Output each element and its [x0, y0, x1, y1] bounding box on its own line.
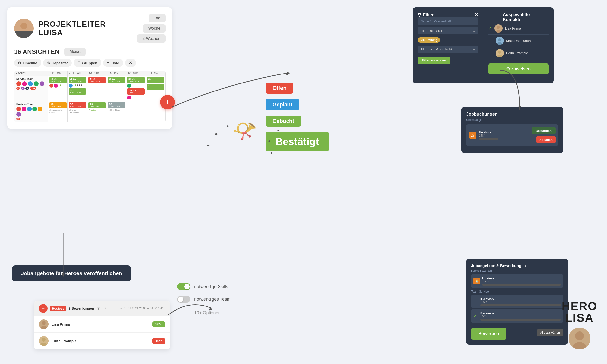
service-team-label-cell: Service Team 4 6 9 104 — [14, 76, 48, 101]
status-geplant: Geplant — [266, 99, 299, 110]
monat-btn[interactable]: Monat — [64, 48, 86, 56]
bewerben-btn[interactable]: Bewerben — [471, 328, 506, 340]
svg-rect-3 — [14, 31, 34, 38]
shift-block-red: 10x 5,510:00 — [127, 88, 145, 95]
bew-job-label: Hostess — [50, 306, 66, 311]
jobbuchungen-panel: Jobbuchungen Unbestätigt ⚠ Hostess 15€/h… — [461, 107, 563, 153]
cal-cell-h2: 5,510:00 - 15:30 fehlende Qualifikation — [68, 101, 87, 122]
bestatigen-btn[interactable]: Bestätigen — [532, 127, 555, 134]
filter-panel-header: ▽ Filter ✕ Filter nach Skill ⊕ VIP Train… — [418, 12, 549, 75]
cal-cell-h5 — [126, 101, 146, 122]
shift-block: 5,510:00 - 15:30 — [88, 102, 106, 108]
bew-plus-btn[interactable]: + — [39, 304, 48, 313]
contact-item-edith: Edith Example — [488, 47, 549, 59]
team-avatar — [16, 112, 21, 117]
svg-marker-25 — [286, 72, 290, 75]
bew-dropdown-arrow[interactable]: ▾ — [97, 306, 100, 311]
toggle-row-2: notwendiges Team — [177, 296, 231, 303]
team-avatar — [32, 106, 37, 111]
alle-ausw-btn[interactable]: Alle auswählen — [537, 329, 563, 336]
toggle-knob-team — [178, 297, 183, 302]
selected-contacts-title: Ausgewählte Kontakte — [503, 12, 549, 22]
bewerbungen-panel: + Hostess 2 Bewerbungen ▾ ↖ Fr. 01.03.20… — [34, 301, 170, 350]
toggle-skills[interactable] — [177, 283, 190, 290]
toggle-team[interactable] — [177, 296, 190, 303]
ja-item-barkeeper1: Barkeeper 16€/h — [471, 295, 563, 308]
bew-item-edith: Edith Example 10% — [34, 333, 170, 350]
jb-warn-icon: ⚠ — [469, 131, 476, 139]
pl-header: PROJEKTLEITER LUISA Tag Woche 2-Wochen — [14, 14, 166, 43]
contact-avatar-edith — [496, 49, 504, 57]
svg-point-17 — [42, 338, 46, 342]
jb-info: Hostess 15€/h — [479, 130, 529, 140]
contact-avatar-mats — [496, 37, 504, 45]
gruppen-icon: ⊞ — [78, 61, 81, 65]
zuweisen-btn[interactable]: ⊕ zuweisen — [488, 63, 549, 75]
sparkle-icon-5: ✦ — [277, 129, 280, 132]
svg-point-8 — [498, 38, 501, 41]
ja-checkmark-2: ✓ — [474, 314, 478, 318]
team-avatar — [38, 106, 42, 111]
bew-header: + Hostess 2 Bewerbungen ▾ ↖ Fr. 01.03.20… — [34, 301, 170, 316]
status-offen: Offen — [266, 82, 293, 94]
close-tab-icon: ✕ — [129, 61, 132, 65]
absagen-btn[interactable]: Absagen — [536, 136, 555, 143]
toggle-row-1: notwendige Skills — [177, 283, 231, 290]
tab-kapazitat[interactable]: ⊕ Kapazität — [43, 59, 72, 67]
shift-block: 3x 5,510:00 - 15:30 — [108, 77, 125, 83]
badge-4: 4 — [16, 87, 20, 90]
badge-104: 104 — [30, 87, 36, 90]
shift-block-2: 3x 318:00 - 21:00 — [69, 88, 86, 95]
zwei-wochen-btn[interactable]: 2-Wochen — [137, 34, 166, 43]
tab-timeline[interactable]: ⊙ Timeline — [14, 59, 41, 67]
bew-pct-10: 10% — [152, 338, 165, 344]
south-label: ▾ SOUTH — [14, 71, 48, 76]
woche-btn[interactable]: Woche — [143, 24, 166, 33]
header-col5: 2/4 50% — [126, 71, 146, 76]
ja-item-barkeeper2: ✓ Barkeeper 15€/h — [471, 309, 563, 323]
shift-block-2: 11 — [147, 84, 164, 90]
bew-avatar-lisa — [39, 319, 49, 329]
nav-tabs: ⊙ Timeline ⊕ Kapazität ⊞ Gruppen ≡ Liste… — [14, 59, 166, 67]
svg-point-11 — [498, 51, 501, 54]
skill-filter-row: Filter nach Skill ⊕ — [418, 27, 478, 34]
filter-close-icon[interactable]: ✕ — [475, 12, 478, 17]
team-avatar — [22, 106, 26, 111]
ja-warn-icon: ⏳ — [474, 278, 480, 284]
tab-liste[interactable]: ≡ Liste — [103, 59, 123, 67]
team-avatar — [49, 84, 53, 88]
tab-gruppen[interactable]: ⊞ Gruppen — [74, 59, 101, 67]
tab-close[interactable]: ✕ — [125, 59, 136, 67]
kapazitat-icon: ⊕ — [47, 61, 50, 65]
hostess-team-label-cell: Hostess Team +1 3 — [14, 101, 48, 122]
team-avatar — [69, 84, 73, 88]
header-col2: 4:11 40% — [68, 71, 87, 76]
hostess-team-row: Hostess Team +1 3 5,510:00 - 15:30 ⚠ unb… — [14, 101, 165, 122]
hero-avatar — [569, 328, 591, 350]
check-icon: ✓ — [488, 26, 492, 31]
badge-6: 6 — [21, 87, 25, 90]
megaphone-icon: 📯 — [230, 116, 261, 145]
sparkle-icon: ✦ — [214, 131, 219, 138]
filter-apply-btn[interactable]: Filter anwenden — [418, 57, 450, 64]
badge-9: 9 — [26, 87, 29, 90]
calendar-plus-button[interactable]: + — [160, 95, 175, 109]
filter-title: ▽ Filter ✕ — [418, 12, 478, 17]
shift-block: 2x 5,510:00 - 15:30 — [127, 77, 145, 83]
team-avatar — [127, 84, 131, 88]
team-avatar — [16, 106, 21, 111]
gender-filter-row: Filter nach Geschlecht ⊕ — [418, 46, 478, 53]
badge-3: 3 — [16, 118, 20, 120]
tag-btn[interactable]: Tag — [149, 14, 166, 22]
optionen-label: 10+ Optionen — [177, 310, 231, 315]
toggle-knob-skills — [184, 284, 190, 289]
cal-cell-s4: 3x 5,510:00 - 15:30 — [107, 76, 126, 101]
bew-count: 2 Bewerbungen — [69, 307, 94, 310]
skill-filter-icon: ⊕ — [473, 29, 475, 33]
svg-point-20 — [575, 331, 584, 340]
calendar-grid: ▾ SOUTH 4:11 22% 4:11 40% 1/7 14% 1/5 20… — [14, 71, 166, 122]
timeline-icon: ⊙ — [18, 61, 21, 65]
veroff-panel: Jobangebote für Heroes veröffentlichen — [12, 265, 131, 282]
liste-icon: ≡ — [107, 61, 109, 65]
name-email-input[interactable] — [418, 17, 478, 25]
